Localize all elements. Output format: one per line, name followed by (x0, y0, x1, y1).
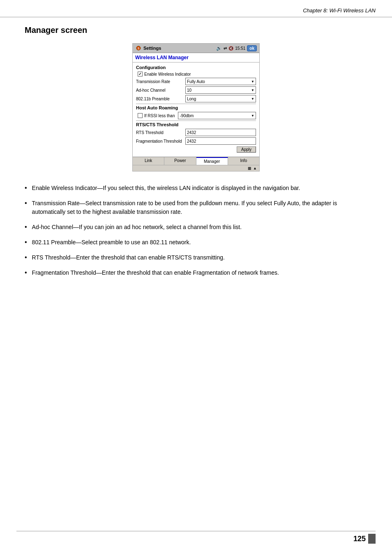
rssi-select[interactable]: -90dbm ▼ (178, 112, 256, 119)
chapter-title: Chapter 8: Wi-Fi Wireless LAN (303, 7, 376, 14)
bullet-text-3: Ad-hoc Channel—If you can join an ad hoc… (32, 223, 242, 232)
status-bar: ▦ ▲ (133, 165, 259, 171)
ok-button[interactable]: ok (247, 45, 257, 51)
page-footer: 125 (353, 534, 376, 544)
preamble-select[interactable]: Long ▼ (185, 95, 256, 102)
divider-1 (136, 104, 256, 104)
title-bar-right: 🔊 ⇄ 🔇 15:51 ok (216, 45, 257, 51)
chapter-header: Chapter 8: Wi-Fi Wireless LAN (0, 0, 392, 17)
app-title-bar: Wireless LAN Manager (133, 53, 259, 63)
host-roaming-label: Host Auto Roaming (136, 105, 256, 110)
section-title: Manager screen (25, 25, 367, 35)
time-display: 15:51 (235, 46, 245, 51)
bullet-item-4: 802.11 Preamble—Select preamble to use a… (25, 238, 367, 247)
speaker-icon: 🔊 (216, 46, 222, 51)
fragmentation-threshold-label: Fragmentation Threshold (136, 139, 185, 144)
bullet-text-2: Transmission Rate—Select transmission ra… (32, 199, 367, 216)
svg-text:S: S (138, 47, 140, 50)
preamble-label: 802.11b Preamble (136, 97, 185, 101)
preamble-arrow: ▼ (251, 97, 254, 101)
fragmentation-threshold-row: Fragmentation Threshold (136, 137, 256, 145)
configuration-label: Configuration (136, 65, 256, 70)
preamble-row: 802.11b Preamble Long ▼ (136, 95, 256, 102)
device-screenshot: S Settings 🔊 ⇄ 🔇 15:51 ok Wireless LAN M… (132, 43, 260, 171)
rts-threshold-input[interactable] (185, 129, 256, 136)
tab-link[interactable]: Link (133, 157, 164, 165)
title-bar-app-name: Settings (143, 46, 161, 51)
settings-icon: S (135, 45, 142, 51)
transmission-rate-arrow: ▼ (251, 80, 254, 83)
status-arrow: ▲ (253, 166, 257, 170)
bullet-item-1: Enable Wireless Indicator—If you select … (25, 184, 367, 192)
bullet-item-2: Transmission Rate—Select transmission ra… (25, 199, 367, 216)
bullet-text-4: 802.11 Preamble—Select preamble to use a… (32, 238, 191, 247)
app-content: Configuration ✓ Enable Wireless Indicato… (133, 63, 259, 157)
bullet-item-6: Fragmentation Threshold—Enter the thresh… (25, 269, 367, 277)
rts-threshold-row: RTS Threshold (136, 129, 256, 136)
rssi-arrow: ▼ (251, 114, 254, 118)
bullet-list: Enable Wireless Indicator—If you select … (25, 184, 367, 277)
divider-2 (136, 120, 256, 121)
enable-wireless-row: ✓ Enable Wireless Indicator (136, 72, 256, 76)
rts-threshold-label: RTS Threshold (136, 130, 185, 135)
adhoc-channel-arrow: ▼ (251, 88, 254, 92)
bullet-item-3: Ad-hoc Channel—If you can join an ad hoc… (25, 223, 367, 232)
tab-info[interactable]: Info (228, 157, 259, 165)
adhoc-channel-row: Ad-hoc Channel 10 ▼ (136, 86, 256, 94)
enable-wireless-label: Enable Wireless Indicator (144, 72, 191, 76)
tab-power[interactable]: Power (164, 157, 196, 165)
app-title: Wireless LAN Manager (135, 55, 189, 60)
if-rssi-label: If RSSI less than (144, 114, 175, 118)
adhoc-channel-value: 10 (187, 88, 191, 93)
transmission-rate-row: Transmission Rate Fully Auto ▼ (136, 78, 256, 85)
bottom-tabs: Link Power Manager Info (133, 157, 259, 165)
fragmentation-threshold-input[interactable] (185, 137, 256, 145)
enable-wireless-checkbox[interactable]: ✓ (138, 72, 143, 76)
bullet-item-5: RTS Threshold—Enter the threshold that c… (25, 253, 367, 262)
preamble-value: Long (187, 97, 196, 101)
device-title-bar: S Settings 🔊 ⇄ 🔇 15:51 ok (133, 44, 259, 53)
transmission-rate-label: Transmission Rate (136, 79, 185, 84)
tab-manager[interactable]: Manager (196, 157, 228, 165)
network-icon: ⇄ (224, 46, 227, 51)
bullet-text-5: RTS Threshold—Enter the threshold that c… (32, 253, 225, 262)
page-footer-bar (368, 534, 376, 544)
bottom-border (16, 531, 376, 531)
rts-cts-label: RTS/CTS Threshold (136, 122, 256, 127)
transmission-rate-select[interactable]: Fully Auto ▼ (185, 78, 256, 85)
host-roaming-checkbox[interactable] (138, 113, 143, 118)
apply-button[interactable]: Apply (237, 146, 256, 153)
host-roaming-row: If RSSI less than -90dbm ▼ (136, 112, 256, 119)
adhoc-channel-label: Ad-hoc Channel (136, 88, 185, 93)
bullet-text-1: Enable Wireless Indicator—If you select … (32, 184, 300, 192)
rssi-value: -90dbm (180, 114, 194, 118)
page-number: 125 (353, 535, 366, 543)
adhoc-channel-select[interactable]: 10 ▼ (185, 86, 256, 94)
bullet-text-6: Fragmentation Threshold—Enter the thresh… (32, 269, 279, 277)
title-bar-left: S Settings (135, 45, 161, 51)
mute-icon: 🔇 (228, 46, 233, 51)
status-icon: ▦ (248, 166, 251, 170)
transmission-rate-value: Fully Auto (187, 79, 205, 84)
